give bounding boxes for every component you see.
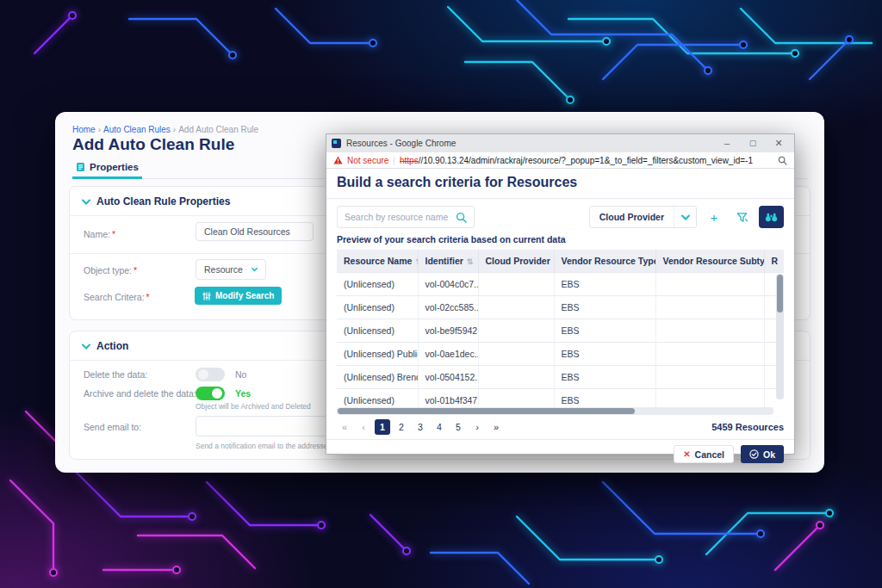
resources-table-zone: Resource Name⇅Identifier⇅Cloud Provider⇅… [337,250,784,415]
table-cell [478,319,554,343]
name-input[interactable] [196,222,314,241]
zoom-icon[interactable] [778,156,787,165]
column-header[interactable]: Resource Name⇅ [337,250,418,273]
page-button-2[interactable]: 2 [394,419,409,435]
pagination: « ‹ 12345 › » 5459 Resources [326,415,794,439]
column-header[interactable]: Vendor Resource Type⇅ [554,250,655,273]
modify-search-button[interactable]: Modify Search [195,287,282,305]
table-cell: vol-0504152... [418,366,478,389]
vertical-scrollbar[interactable] [776,274,784,399]
search-icon[interactable] [456,212,467,223]
vertical-scrollbar-thumb[interactable] [777,275,783,313]
clear-filter-button[interactable] [731,206,752,228]
archive-delete-toggle[interactable] [196,387,225,400]
table-cell [655,273,764,296]
table-cell: EBS [554,296,655,319]
modify-search-label: Modify Search [215,291,274,300]
window-titlebar[interactable]: Resources - Google Chrome – ▢ ✕ [326,134,794,152]
table-cell: (Unlicensed) [337,319,418,343]
page-button-1[interactable]: 1 [375,419,390,435]
resource-search-box[interactable] [337,206,475,228]
table-cell: EBS [554,319,655,343]
resource-search-input[interactable] [345,212,456,222]
table-cell: (Unlicensed) [337,273,418,296]
archive-delete-help: Object will be Archived and Deleted [196,402,311,411]
cancel-button[interactable]: ✕ Cancel [674,445,734,463]
popup-heading: Build a search criteria for Resources [337,175,784,190]
table-header-row: Resource Name⇅Identifier⇅Cloud Provider⇅… [337,250,784,273]
rule-properties-section-title: Auto Clean Rule Properties [96,195,230,207]
breadcrumb-auto-clean-rules[interactable]: Auto Clean Rules [103,125,171,134]
page-last-button[interactable]: » [488,419,504,435]
page-next-button[interactable]: › [469,419,485,435]
filter-field-chevron[interactable] [674,207,696,227]
horizontal-scrollbar[interactable] [337,407,773,415]
column-header[interactable]: Cloud Provider⇅ [478,250,554,273]
popup-toolbar: Cloud Provider + [326,199,794,233]
table-row[interactable]: (Unlicensed) Brenda...vol-0504152...EBS [337,366,784,389]
table-cell [478,343,554,366]
object-type-label: Object type:* [84,265,137,275]
table-cell [478,366,554,389]
url-text: https//10.90.13.24/admin/rackraj/resourc… [400,156,773,165]
tab-properties[interactable]: Properties [72,158,142,179]
breadcrumb: Home›Auto Clean Rules›Add Auto Clean Rul… [72,125,258,134]
table-cell: (Unlicensed) [337,296,418,319]
table-row[interactable]: (Unlicensed)vol-02cc585...EBS [337,296,784,319]
table-row[interactable]: (Unlicensed) Public-...vol-0ae1dec...EBS [337,343,784,366]
page-button-5[interactable]: 5 [450,419,466,435]
column-header[interactable]: Identifier⇅ [418,250,478,273]
table-row[interactable]: (Unlicensed)vol-004c0c7...EBS [337,273,784,296]
page-button-4[interactable]: 4 [432,419,447,435]
page-button-3[interactable]: 3 [413,419,428,435]
column-header[interactable]: R [764,250,784,273]
page-first-button[interactable]: « [337,419,352,435]
table-cell: (Unlicensed) Public-... [337,343,418,366]
name-label: Name:* [84,229,115,239]
table-cell [655,366,764,389]
table-cell: (Unlicensed) Brenda... [337,366,418,389]
filter-field-value: Cloud Provider [590,207,674,227]
object-type-value: Resource [204,264,243,275]
chevron-down-icon [681,214,690,220]
archive-delete-label: Archive and delete the data: [84,388,196,399]
maximize-button[interactable]: ▢ [742,134,763,152]
binoculars-icon [765,212,778,222]
not-secure-label: Not secure [347,156,388,165]
breadcrumb-home[interactable]: Home [72,125,96,134]
column-header[interactable]: Vendor Resource Subtype⇅ [655,250,764,273]
breadcrumb-current: Add Auto Clean Rule [178,125,258,134]
table-cell [655,319,764,343]
minimize-button[interactable]: – [717,134,737,152]
warning-icon [333,156,343,164]
favicon [332,139,341,148]
page-prev-button[interactable]: ‹ [356,419,371,435]
horizontal-scrollbar-thumb[interactable] [338,408,635,414]
tab-properties-label: Properties [90,162,139,172]
url-bar[interactable]: Not secure | https//10.90.13.24/admin/ra… [326,152,794,169]
cancel-x-icon: ✕ [683,449,690,459]
table-cell: EBS [554,343,655,366]
table-cell: vol-02cc585... [418,296,478,319]
table-cell: vol-004c0c7... [418,273,478,296]
popup-footer: ✕ Cancel Ok [326,439,794,468]
preview-caption: Preview of your search criteria based on… [326,233,794,250]
sort-icon[interactable]: ⇅ [467,257,474,266]
table-cell: vol-0ae1dec... [418,343,478,366]
resources-popup-window: Resources - Google Chrome – ▢ ✕ Not secu… [326,133,795,455]
window-title: Resources - Google Chrome [346,139,711,148]
find-resources-button[interactable] [759,206,784,228]
document-icon [76,162,85,172]
close-button[interactable]: ✕ [768,134,789,152]
filter-field-select[interactable]: Cloud Provider [589,206,697,228]
check-circle-icon [749,449,759,459]
table-row[interactable]: (Unlicensed)vol-be9f5942EBS [337,319,784,343]
table-cell: EBS [554,366,655,389]
object-type-select[interactable]: Resource [196,259,266,280]
ok-button[interactable]: Ok [741,445,784,463]
add-filter-button[interactable]: + [704,206,724,228]
delete-data-label: Delete the data: [84,369,147,380]
chevron-down-icon [82,344,90,350]
page-title: Add Auto Clean Rule [72,135,234,154]
delete-data-toggle[interactable] [196,368,225,381]
